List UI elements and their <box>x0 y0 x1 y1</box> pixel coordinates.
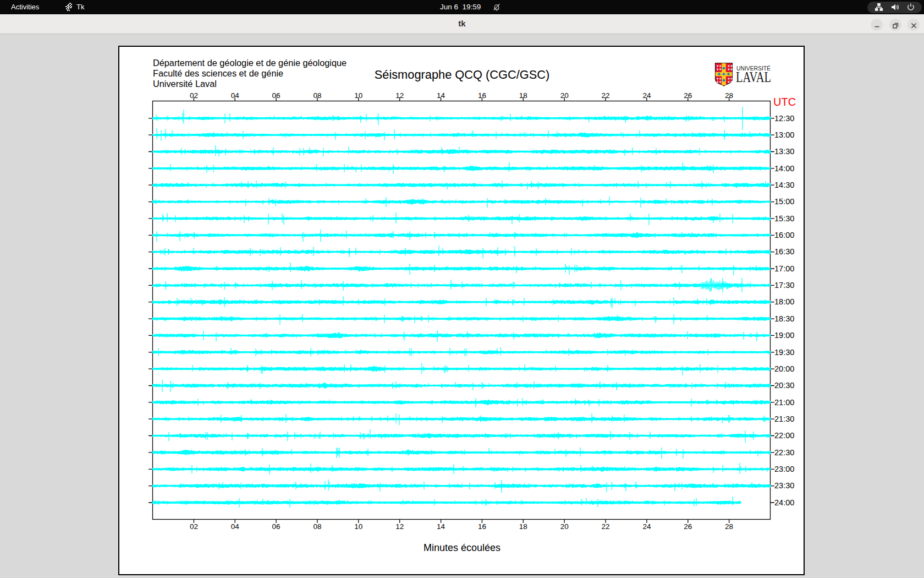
svg-text:08: 08 <box>313 522 321 531</box>
svg-text:12: 12 <box>395 522 404 531</box>
svg-text:23:00: 23:00 <box>774 465 794 473</box>
svg-text:Université Laval: Université Laval <box>153 79 217 89</box>
svg-text:12: 12 <box>395 91 404 100</box>
svg-text:14:00: 14:00 <box>774 164 794 173</box>
svg-text:21:30: 21:30 <box>774 415 794 423</box>
svg-text:12:30: 12:30 <box>774 114 794 123</box>
svg-text:02: 02 <box>190 91 198 100</box>
svg-text:06: 06 <box>272 522 280 531</box>
svg-text:02: 02 <box>190 522 198 531</box>
svg-text:20: 20 <box>560 91 569 100</box>
svg-text:04: 04 <box>231 91 240 100</box>
svg-text:20:30: 20:30 <box>774 381 794 390</box>
svg-text:28: 28 <box>725 522 733 531</box>
svg-text:26: 26 <box>684 91 692 100</box>
svg-text:14: 14 <box>437 91 446 100</box>
svg-text:16: 16 <box>478 91 486 100</box>
svg-text:Faculté des sciences et de gén: Faculté des sciences et de génie <box>153 68 283 78</box>
svg-text:Séismographe QCQ (CGC/GSC): Séismographe QCQ (CGC/GSC) <box>375 68 550 81</box>
svg-text:15:00: 15:00 <box>774 197 794 206</box>
svg-text:19:00: 19:00 <box>774 331 794 340</box>
svg-text:22: 22 <box>601 91 609 100</box>
svg-text:Minutes écoulées: Minutes écoulées <box>424 542 501 553</box>
svg-text:16: 16 <box>478 522 486 531</box>
svg-text:10: 10 <box>354 91 362 100</box>
svg-text:20:00: 20:00 <box>774 364 794 373</box>
svg-text:Département de géologie et de: Département de géologie et de génie géol… <box>153 58 346 68</box>
svg-text:28: 28 <box>725 91 733 100</box>
svg-text:UTC: UTC <box>773 96 796 108</box>
svg-text:18: 18 <box>519 522 527 531</box>
svg-text:13:00: 13:00 <box>774 130 794 139</box>
svg-text:13:30: 13:30 <box>774 147 794 156</box>
svg-text:17:30: 17:30 <box>774 281 794 290</box>
svg-text:22:00: 22:00 <box>774 431 794 440</box>
svg-text:14:30: 14:30 <box>774 181 794 189</box>
svg-text:22: 22 <box>601 522 609 531</box>
svg-text:24: 24 <box>642 522 651 531</box>
svg-text:16:30: 16:30 <box>774 247 794 256</box>
svg-text:06: 06 <box>272 91 280 100</box>
svg-text:21:00: 21:00 <box>774 398 794 407</box>
svg-text:18:00: 18:00 <box>774 297 794 306</box>
svg-text:10: 10 <box>354 522 362 531</box>
svg-text:24:00: 24:00 <box>774 498 794 507</box>
svg-text:15:30: 15:30 <box>774 214 794 223</box>
svg-text:24: 24 <box>642 91 651 100</box>
svg-text:18: 18 <box>519 91 527 100</box>
svg-text:17:00: 17:00 <box>774 264 794 273</box>
svg-text:26: 26 <box>684 522 692 531</box>
svg-text:08: 08 <box>313 91 321 100</box>
svg-text:22:30: 22:30 <box>774 448 794 457</box>
svg-text:LAVAL: LAVAL <box>736 69 771 85</box>
svg-text:19:30: 19:30 <box>774 348 794 357</box>
svg-text:18:30: 18:30 <box>774 314 794 323</box>
svg-text:20: 20 <box>560 522 569 531</box>
svg-text:16:00: 16:00 <box>774 231 794 239</box>
svg-text:14: 14 <box>437 522 446 531</box>
svg-text:23:30: 23:30 <box>774 481 794 490</box>
svg-text:04: 04 <box>231 522 240 531</box>
